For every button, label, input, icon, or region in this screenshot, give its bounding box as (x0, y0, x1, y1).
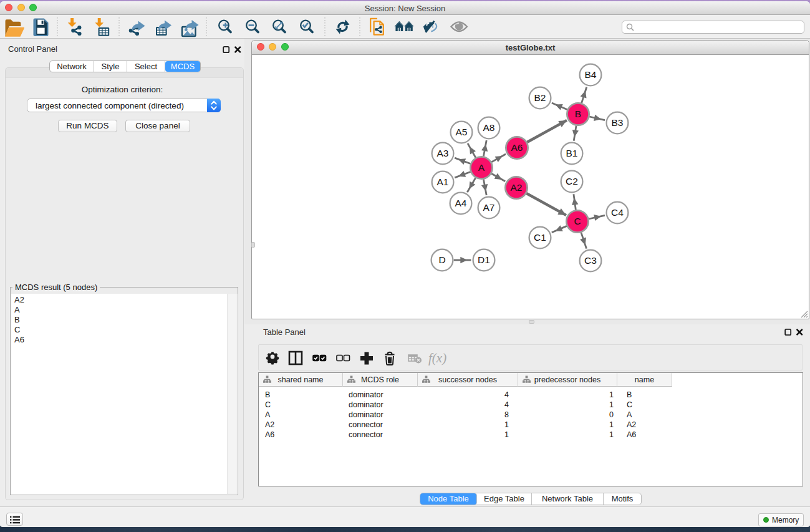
svg-text:A4: A4 (455, 198, 467, 208)
svg-text:B3: B3 (612, 117, 624, 128)
svg-text:A6: A6 (511, 142, 523, 153)
svg-text:C3: C3 (584, 255, 597, 266)
svg-text:B2: B2 (534, 92, 546, 103)
svg-text:A5: A5 (456, 127, 468, 137)
svg-text:A8: A8 (483, 122, 495, 133)
svg-text:C: C (574, 216, 581, 226)
svg-text:B4: B4 (585, 69, 597, 80)
svg-text:B1: B1 (566, 148, 578, 158)
svg-text:A7: A7 (483, 202, 495, 213)
svg-text:C2: C2 (566, 176, 578, 186)
svg-text:A2: A2 (511, 182, 523, 193)
svg-text:A: A (478, 162, 485, 173)
svg-text:f(x): f(x) (428, 351, 446, 365)
svg-text:C4: C4 (611, 207, 624, 218)
svg-text:D: D (438, 254, 445, 265)
svg-text:A1: A1 (437, 177, 449, 187)
svg-text:A3: A3 (437, 148, 449, 158)
svg-text:C1: C1 (534, 232, 546, 243)
svg-text:B: B (575, 109, 581, 119)
svg-text:D1: D1 (478, 254, 490, 265)
